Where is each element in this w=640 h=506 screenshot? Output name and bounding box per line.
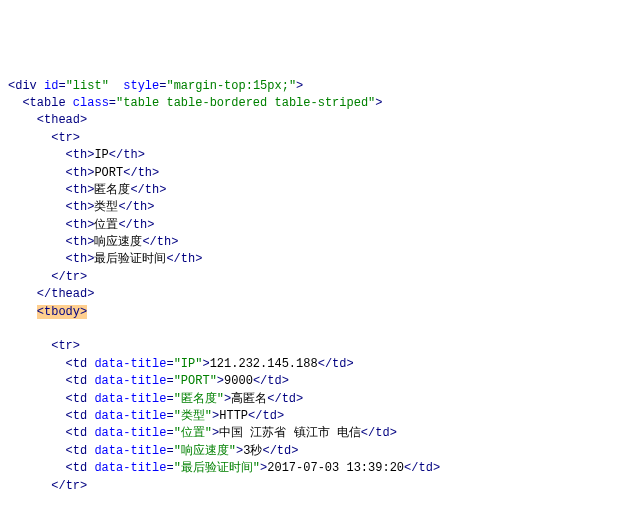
html-source-code: <div id="list" style="margin-top:15px;">… (8, 78, 640, 506)
